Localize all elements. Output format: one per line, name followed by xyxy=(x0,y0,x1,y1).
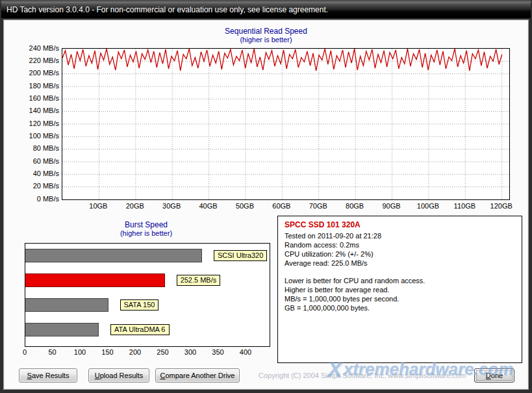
note-mbs-definition: MB/s = 1,000,000 bytes per second. xyxy=(285,294,515,303)
note-higher-better: Higher is better for average read. xyxy=(285,285,515,294)
seq-y-tick-label: 240 MB/s xyxy=(4,44,59,53)
seq-x-tick-label: 50GB xyxy=(231,202,259,210)
content-area: Sequential Read Speed (higher is better)… xyxy=(3,19,529,390)
burst-x-tick-label: 300 xyxy=(181,348,200,356)
sequential-plot-svg xyxy=(62,49,509,199)
save-results-button[interactable]: Save Results xyxy=(19,368,77,383)
seq-y-tick-label: 140 MB/s xyxy=(4,107,59,115)
cpu-utilization-line: CPU utilization: 2% (+/- 2%) xyxy=(285,249,515,259)
drive-info-panel: SPCC SSD 101 320A Tested on 2011-09-20 a… xyxy=(277,216,522,363)
info-spacer xyxy=(285,268,515,276)
sequential-chart-subtitle: (higher is better) xyxy=(4,36,528,44)
burst-plot: SCSI Ultra320252.5 MB/sSATA 150ATA Ultra… xyxy=(25,243,270,347)
seq-y-tick-label: 180 MB/s xyxy=(4,82,59,90)
seq-y-tick-label: 60 MB/s xyxy=(4,157,59,166)
save-results-label: Save Results xyxy=(19,372,77,379)
hd-tach-window: HD Tach version 3.0.4.0 - For non-commer… xyxy=(0,0,532,393)
seq-x-tick-label: 80GB xyxy=(340,202,369,210)
seq-y-tick-label: 200 MB/s xyxy=(4,69,59,77)
burst-bar-value-label: 252.5 MB/s xyxy=(177,275,221,286)
burst-bar-value-label: ATA UltraDMA 6 xyxy=(110,324,169,335)
tested-on-line: Tested on 2011-09-20 at 21:28 xyxy=(285,231,515,240)
burst-bar xyxy=(25,298,108,312)
window-title: HD Tach version 3.0.4.0 - For non-commer… xyxy=(6,5,328,14)
note-gb-definition: GB = 1,000,000,000 bytes. xyxy=(285,303,515,312)
burst-x-tick-label: 250 xyxy=(153,348,173,356)
copyright-text: Copyright (C) 2004 Simpli Software, Inc.… xyxy=(259,372,466,379)
done-label: Done xyxy=(475,372,514,379)
burst-bar xyxy=(25,323,99,336)
burst-bar-value-label: SCSI Ultra320 xyxy=(214,250,267,261)
random-access-line: Random access: 0.2ms xyxy=(285,240,515,249)
burst-x-tick-label: 50 xyxy=(43,348,62,356)
compare-another-drive-label: Compare Another Drive xyxy=(156,372,239,379)
burst-x-tick-label: 0 xyxy=(15,348,34,356)
done-button[interactable]: Done xyxy=(474,368,514,383)
upload-results-button[interactable]: Upload Results xyxy=(88,368,149,383)
burst-bar xyxy=(25,273,165,287)
seq-x-tick-label: 100GB xyxy=(414,202,442,210)
sequential-plot xyxy=(62,48,510,200)
seq-y-tick-label: 80 MB/s xyxy=(4,144,59,153)
seq-y-tick-label: 120 MB/s xyxy=(4,120,59,128)
burst-x-tick-label: 350 xyxy=(209,348,228,356)
title-bar: HD Tach version 3.0.4.0 - For non-commer… xyxy=(1,1,531,18)
burst-bar-value-label: SATA 150 xyxy=(120,299,159,311)
burst-x-tick-label: 400 xyxy=(236,348,255,356)
seq-y-tick-label: 0 MB/s xyxy=(4,195,59,203)
seq-y-tick-label: 40 MB/s xyxy=(4,170,59,178)
compare-another-drive-button[interactable]: Compare Another Drive xyxy=(155,368,240,383)
burst-chart-subtitle: (higher is better) xyxy=(23,229,269,237)
seq-x-tick-label: 90GB xyxy=(377,202,406,210)
burst-bar xyxy=(25,249,202,262)
seq-x-tick-label: 110GB xyxy=(450,202,479,210)
seq-x-tick-label: 120GB xyxy=(487,202,516,210)
average-read-line: Average read: 225.0 MB/s xyxy=(285,259,515,268)
drive-name: SPCC SSD 101 320A xyxy=(285,220,515,229)
seq-x-tick-label: 10GB xyxy=(84,202,112,210)
seq-x-tick-label: 70GB xyxy=(304,202,333,210)
seq-y-tick-label: 100 MB/s xyxy=(4,132,59,140)
seq-x-tick-label: 30GB xyxy=(157,202,186,210)
sequential-chart-title: Sequential Read Speed xyxy=(4,27,528,36)
seq-y-tick-label: 220 MB/s xyxy=(4,57,59,65)
burst-x-tick-label: 100 xyxy=(70,348,90,356)
burst-chart-title: Burst Speed xyxy=(23,220,269,229)
seq-y-tick-label: 20 MB/s xyxy=(4,182,59,190)
seq-x-tick-label: 40GB xyxy=(194,202,223,210)
upload-results-label: Upload Results xyxy=(89,372,149,379)
seq-y-tick-label: 160 MB/s xyxy=(4,94,59,103)
burst-x-tick-label: 150 xyxy=(98,348,118,356)
seq-x-tick-label: 60GB xyxy=(267,202,296,210)
note-lower-better: Lower is better for CPU and random acces… xyxy=(285,276,515,285)
burst-x-tick-label: 200 xyxy=(125,348,145,356)
seq-x-tick-label: 20GB xyxy=(121,202,149,210)
